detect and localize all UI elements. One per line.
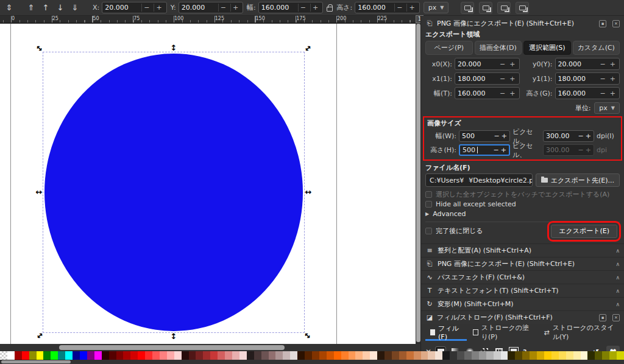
- horizontal-ruler[interactable]: 0255075100125150175200225: [0, 16, 416, 23]
- palette-swatch[interactable]: [305, 351, 312, 360]
- move-gradients-toggle[interactable]: [497, 2, 511, 14]
- export-unit-dropdown[interactable]: px ▼: [594, 102, 620, 114]
- palette-swatch[interactable]: [37, 351, 44, 360]
- palette-swatch[interactable]: [450, 351, 457, 360]
- palette-swatch[interactable]: [283, 351, 290, 360]
- palette-swatch[interactable]: [73, 351, 80, 360]
- palette-swatch[interactable]: [355, 351, 363, 360]
- palette-swatch[interactable]: [581, 351, 588, 360]
- chevron-up-icon[interactable]: ∧: [615, 248, 620, 254]
- palette-swatch[interactable]: [414, 351, 421, 360]
- y1-decrement[interactable]: −: [599, 75, 607, 83]
- palette-swatch[interactable]: [123, 351, 130, 360]
- palette-swatch[interactable]: [457, 351, 464, 360]
- png-export-dialog-header[interactable]: ⎗ PNG 画像にエクスポート(E) (Shift+Ctrl+E) ▪ ✕: [425, 17, 620, 30]
- batch-export-checkbox[interactable]: [425, 191, 432, 198]
- palette-swatch[interactable]: [15, 351, 22, 360]
- palette-swatch[interactable]: [392, 351, 399, 360]
- palette-swatch[interactable]: [442, 351, 450, 360]
- palette-swatch[interactable]: [290, 351, 297, 360]
- close-dialog-icon[interactable]: ✕: [612, 314, 620, 321]
- palette-swatch[interactable]: [551, 351, 559, 360]
- palette-swatch[interactable]: [406, 351, 414, 360]
- image-height-decrement[interactable]: −: [494, 146, 499, 154]
- palette-swatch[interactable]: [109, 351, 116, 360]
- image-width-input[interactable]: 500 − +: [459, 130, 510, 142]
- raise-icon[interactable]: ↑: [40, 3, 51, 12]
- palette-swatch[interactable]: [602, 351, 609, 360]
- scale-handle-top[interactable]: ↕: [169, 44, 178, 52]
- palette-swatch[interactable]: [334, 351, 341, 360]
- palette-swatch[interactable]: [587, 351, 595, 360]
- y0-increment[interactable]: +: [609, 60, 617, 68]
- width-dpi-input[interactable]: 300.00 − +: [543, 130, 594, 142]
- palette-swatch[interactable]: [203, 351, 210, 360]
- area-width-input[interactable]: 160.000 − +: [455, 87, 520, 99]
- palette-swatch[interactable]: [254, 351, 261, 360]
- x0-input[interactable]: 20.000 − +: [455, 58, 520, 70]
- tab-fill[interactable]: フィル(F): [425, 326, 467, 341]
- palette-swatch[interactable]: [609, 351, 617, 360]
- y-input[interactable]: 20.000 − +: [179, 2, 243, 13]
- palette-swatch[interactable]: [116, 351, 124, 360]
- palette-swatch[interactable]: [218, 351, 225, 360]
- width-decrement[interactable]: −: [298, 4, 308, 12]
- palette-swatch[interactable]: [421, 351, 428, 360]
- chevron-up-icon[interactable]: ∧: [615, 301, 620, 307]
- tab-stroke-style[interactable]: ⇄ ストロークのスタイル(Y): [539, 326, 620, 341]
- palette-swatch[interactable]: [537, 351, 544, 360]
- lower-icon[interactable]: ↓: [55, 3, 66, 12]
- palette-swatch[interactable]: [327, 351, 334, 360]
- advanced-label[interactable]: Advanced: [433, 210, 466, 218]
- palette-swatch[interactable]: [65, 351, 73, 360]
- palette-swatch[interactable]: [174, 351, 182, 360]
- y0-decrement[interactable]: −: [599, 60, 607, 68]
- chevron-up-icon[interactable]: ∧: [615, 288, 620, 294]
- palette-swatch[interactable]: [435, 351, 442, 360]
- palette-swatch[interactable]: [210, 351, 218, 360]
- palette-swatch[interactable]: [428, 351, 435, 360]
- palette-swatch[interactable]: [385, 351, 392, 360]
- area-height-increment[interactable]: +: [609, 89, 617, 97]
- export-button-annotated[interactable]: エクスポート(E): [551, 225, 617, 238]
- palette-swatch[interactable]: [182, 351, 189, 360]
- palette-swatch[interactable]: [544, 351, 551, 360]
- x-increment[interactable]: +: [154, 4, 163, 12]
- x1-increment[interactable]: +: [508, 75, 516, 83]
- x-input[interactable]: 20.000 − +: [102, 2, 166, 13]
- palette-swatch[interactable]: [94, 351, 102, 360]
- lower-to-bottom-icon[interactable]: ⇓: [69, 3, 80, 12]
- palette-swatch[interactable]: [43, 351, 51, 360]
- palette-swatch[interactable]: [58, 351, 65, 360]
- palette-swatch[interactable]: [530, 351, 537, 360]
- palette-swatch[interactable]: [80, 351, 87, 360]
- fill-stroke-dialog-header[interactable]: ◪ フィル/ストローク(F) (Shift+Ctrl+F) ▪ ✕: [421, 310, 624, 324]
- palette-swatch[interactable]: [363, 351, 370, 360]
- scale-handle-bottom[interactable]: ↕: [169, 332, 178, 341]
- palette-swatch[interactable]: [370, 351, 377, 360]
- selection-bounding-box[interactable]: ↕ ↕ ↕ ↔ ↔ ↕ ↕ ↕: [43, 52, 305, 333]
- scale-handle-bottom-right[interactable]: ↕: [302, 330, 314, 342]
- width-increment[interactable]: +: [310, 4, 320, 12]
- move-patterns-toggle[interactable]: [516, 2, 529, 14]
- palette-swatch[interactable]: [312, 351, 319, 360]
- palette-swatch[interactable]: [247, 351, 254, 360]
- palette-scrollbar[interactable]: [0, 360, 624, 364]
- palette-swatch[interactable]: [87, 351, 94, 360]
- canvas[interactable]: ↕ ↕ ↕ ↔ ↔ ↕ ↕ ↕: [0, 24, 416, 344]
- filename-input[interactable]: C:¥Users¥ ¥Desktop¥circle2.png: [425, 173, 533, 187]
- scale-corners-toggle[interactable]: [479, 2, 492, 14]
- x1-decrement[interactable]: −: [498, 75, 506, 83]
- palette-swatch[interactable]: [341, 351, 349, 360]
- palette-swatch[interactable]: [515, 351, 522, 360]
- chevron-up-icon[interactable]: ∧: [615, 261, 620, 267]
- blue-circle-object[interactable]: [44, 54, 303, 331]
- horizontal-scrollbar[interactable]: [0, 344, 420, 351]
- palette-swatch[interactable]: [508, 351, 515, 360]
- palette-swatch[interactable]: [275, 351, 283, 360]
- palette-swatch[interactable]: [349, 351, 356, 360]
- palette-swatch[interactable]: [167, 351, 174, 360]
- horizontal-scrollbar-thumb[interactable]: [59, 345, 285, 350]
- area-width-increment[interactable]: +: [508, 89, 516, 97]
- x-decrement[interactable]: −: [141, 4, 151, 12]
